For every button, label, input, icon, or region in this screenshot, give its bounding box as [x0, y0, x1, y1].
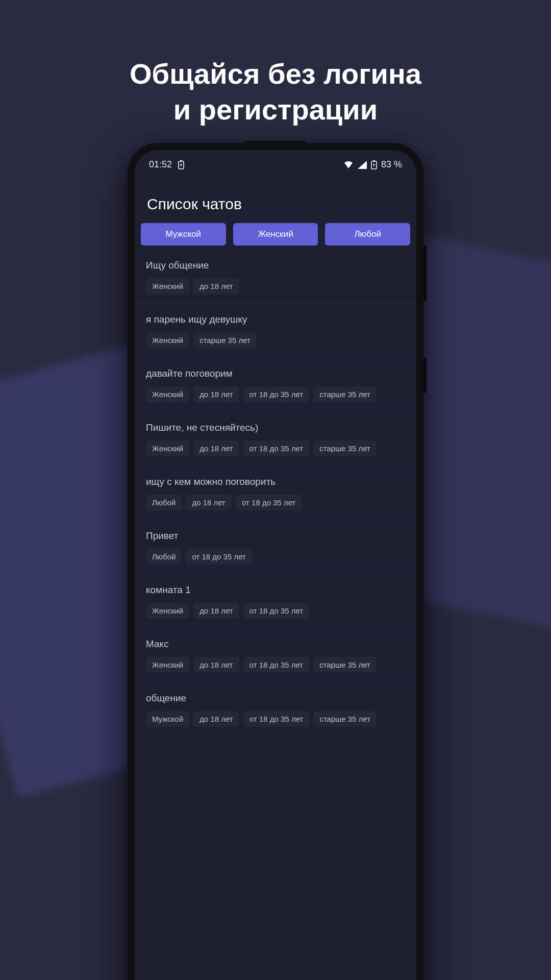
- phone-side-button: [423, 245, 427, 301]
- chat-title: я парень ищу девушку: [146, 314, 405, 325]
- chat-tag[interactable]: от 18 до 35 лет: [243, 440, 309, 456]
- chat-tag[interactable]: от 18 до 35 лет: [186, 549, 252, 565]
- chat-tag[interactable]: до 18 лет: [186, 495, 232, 510]
- filter-tab-any[interactable]: Любой: [325, 223, 410, 246]
- battery-charging-icon: [178, 160, 184, 169]
- chat-tags: Женскийдо 18 летот 18 до 35 летстарше 35…: [146, 657, 405, 673]
- chat-tag[interactable]: старше 35 лет: [313, 657, 377, 673]
- chat-tag[interactable]: от 18 до 35 лет: [236, 495, 302, 510]
- chat-tag[interactable]: до 18 лет: [193, 711, 239, 727]
- status-right: 83 %: [343, 159, 402, 170]
- chat-title: общение: [146, 693, 405, 704]
- chat-title: Пишите, не стесняйтесь): [146, 422, 405, 433]
- chat-tag[interactable]: старше 35 лет: [193, 332, 257, 348]
- chat-item[interactable]: МаксЖенскийдо 18 летот 18 до 35 летстарш…: [135, 628, 416, 682]
- promo-line-2: и регистрации: [0, 92, 551, 128]
- chat-item[interactable]: я парень ищу девушкуЖенскийстарше 35 лет: [135, 303, 416, 357]
- chat-tag[interactable]: старше 35 лет: [313, 711, 377, 727]
- chat-tags: Любойот 18 до 35 лет: [146, 549, 405, 565]
- chat-tag[interactable]: Любой: [146, 549, 182, 565]
- battery-charging-icon: [371, 160, 377, 169]
- chat-tag[interactable]: Женский: [146, 603, 189, 619]
- chat-tag[interactable]: от 18 до 35 лет: [243, 711, 309, 727]
- status-bar: 01:52 83 %: [135, 150, 416, 175]
- chat-tags: Женскийстарше 35 лет: [146, 332, 405, 348]
- chat-tag[interactable]: до 18 лет: [193, 386, 239, 402]
- chat-tag[interactable]: до 18 лет: [193, 278, 239, 294]
- chat-tag[interactable]: Женский: [146, 440, 189, 456]
- chat-tag[interactable]: Любой: [146, 495, 182, 510]
- phone-notch: [245, 141, 306, 149]
- chat-title: Ищу общение: [146, 260, 405, 271]
- chat-tags: Женскийдо 18 лет: [146, 278, 405, 294]
- filter-tab-female[interactable]: Женский: [233, 223, 318, 246]
- chat-tags: Женскийдо 18 летот 18 до 35 летстарше 35…: [146, 386, 405, 402]
- chat-list[interactable]: Ищу общениеЖенскийдо 18 летя парень ищу …: [135, 250, 416, 736]
- svg-rect-1: [180, 160, 182, 161]
- chat-tag[interactable]: старше 35 лет: [313, 440, 377, 456]
- chat-item[interactable]: ищу с кем можно поговоритьЛюбойдо 18 лет…: [135, 465, 416, 520]
- chat-item[interactable]: Ищу общениеЖенскийдо 18 лет: [135, 250, 416, 303]
- chat-tag[interactable]: от 18 до 35 лет: [243, 657, 309, 673]
- wifi-icon: [343, 161, 354, 169]
- svg-rect-3: [373, 160, 375, 161]
- chat-tags: Любойдо 18 летот 18 до 35 лет: [146, 495, 405, 510]
- chat-tag[interactable]: Женский: [146, 278, 189, 294]
- chat-tag[interactable]: от 18 до 35 лет: [243, 603, 309, 619]
- chat-tag[interactable]: до 18 лет: [193, 440, 239, 456]
- chat-item[interactable]: комната 1Женскийдо 18 летот 18 до 35 лет: [135, 574, 416, 628]
- chat-tag[interactable]: старше 35 лет: [313, 386, 377, 402]
- filter-tabs: Мужской Женский Любой: [135, 223, 416, 250]
- chat-item[interactable]: Пишите, не стесняйтесь)Женскийдо 18 лето…: [135, 411, 416, 465]
- chat-tag[interactable]: до 18 лет: [193, 657, 239, 673]
- chat-tag[interactable]: Женский: [146, 657, 189, 673]
- phone-screen: 01:52 83 % Список чатов Мужской: [135, 150, 416, 980]
- status-battery-percent: 83 %: [381, 159, 402, 170]
- chat-tag[interactable]: до 18 лет: [193, 603, 239, 619]
- chat-item[interactable]: ПриветЛюбойот 18 до 35 лет: [135, 520, 416, 574]
- promo-line-1: Общайся без логина: [0, 56, 551, 92]
- chat-tags: Женскийдо 18 летот 18 до 35 летстарше 35…: [146, 440, 405, 456]
- chat-tags: Мужскойдо 18 летот 18 до 35 летстарше 35…: [146, 711, 405, 727]
- phone-frame: 01:52 83 % Список чатов Мужской: [128, 143, 423, 980]
- status-time: 01:52: [149, 159, 172, 170]
- status-left: 01:52: [149, 159, 184, 170]
- chat-title: давайте поговорим: [146, 368, 405, 379]
- chat-item[interactable]: общениеМужскойдо 18 летот 18 до 35 летст…: [135, 682, 416, 736]
- promo-title: Общайся без логина и регистрации: [0, 56, 551, 128]
- chat-title: Макс: [146, 639, 405, 650]
- filter-tab-male[interactable]: Мужской: [141, 223, 226, 246]
- chat-tag[interactable]: Мужской: [146, 711, 189, 727]
- chat-tag[interactable]: Женский: [146, 332, 189, 348]
- chat-item[interactable]: давайте поговоримЖенскийдо 18 летот 18 д…: [135, 357, 416, 411]
- chat-title: Привет: [146, 530, 405, 542]
- chat-tag[interactable]: Женский: [146, 386, 189, 402]
- chat-title: ищу с кем можно поговорить: [146, 476, 405, 487]
- page-title: Список чатов: [135, 175, 416, 223]
- chat-tag[interactable]: от 18 до 35 лет: [243, 386, 309, 402]
- chat-title: комната 1: [146, 584, 405, 596]
- cell-signal-icon: [358, 161, 367, 169]
- phone-side-button: [423, 357, 427, 393]
- chat-tags: Женскийдо 18 летот 18 до 35 лет: [146, 603, 405, 619]
